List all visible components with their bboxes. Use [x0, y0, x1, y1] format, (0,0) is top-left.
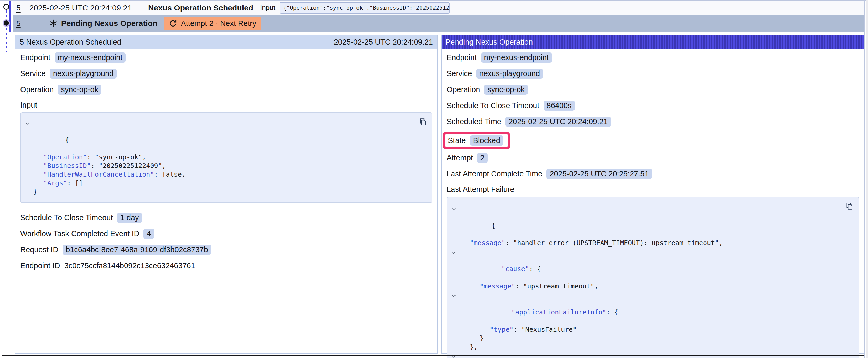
copy-icon[interactable]: [845, 201, 854, 210]
input-section-label: Input: [20, 100, 432, 110]
field-row-service: Service nexus-playground: [20, 68, 432, 79]
field-label: Workflow Task Completed Event ID: [20, 229, 139, 238]
pending-panel-title: Pending Nexus Operation: [445, 38, 533, 46]
field-row-endpoint: Endpoint my-nexus-endpoint: [20, 52, 432, 63]
input-preview-pill: {"Operation":"sync-op-ok","BusinessID":"…: [280, 2, 450, 14]
event-title: Nexus Operation Scheduled: [148, 3, 253, 12]
retry-icon: [169, 20, 177, 28]
code-line: "cause": {: [447, 247, 843, 282]
field-label: Operation: [20, 85, 54, 94]
event-id-link[interactable]: 5: [16, 3, 21, 12]
code-line: "BusinessID": "20250225122409",: [21, 161, 416, 170]
code-line: "HandlerWaitForCancellation": false,: [21, 170, 416, 179]
field-row-operation: Operation sync-op-ok: [20, 84, 432, 95]
field-value-badge: sync-op-ok: [484, 85, 528, 95]
event-row-pending[interactable]: 5 Pending Nexus Operation Attempt 2 · Ne…: [12, 15, 864, 32]
field-value-badge: 2: [477, 153, 488, 163]
field-value-badge: sync-op-ok: [58, 85, 101, 95]
field-row-service: Service nexus-playground: [446, 68, 859, 79]
copy-icon[interactable]: [418, 117, 427, 126]
field-row-schedule-to-close-timeout: Schedule To Close Timeout 86400s: [446, 100, 859, 111]
field-label: Endpoint: [446, 53, 477, 62]
field-label: Service: [446, 69, 472, 78]
code-line: "Args": []: [21, 179, 416, 187]
field-row-schedule-to-close-timeout: Schedule To Close Timeout 1 day: [20, 212, 432, 223]
timeline-filled-circle-icon: [4, 21, 9, 26]
bottom-edge-line: [2, 355, 864, 356]
field-label: Schedule To Close Timeout: [446, 101, 539, 110]
field-value-badge: 2025-02-25 UTC 20:24:09.21: [505, 117, 611, 127]
pending-operation-panel: Pending Nexus Operation Endpoint my-nexu…: [441, 35, 864, 354]
code-line: "message": "upstream timeout",: [447, 282, 843, 291]
field-label: Scheduled Time: [446, 117, 501, 126]
code-line: "nexusHandlerFailureInfo": {: [447, 351, 843, 358]
field-value-badge: nexus-playground: [50, 68, 117, 79]
field-value-badge: 86400s: [544, 100, 575, 111]
field-label: Endpoint ID: [20, 261, 60, 270]
event-id-link[interactable]: 5: [16, 19, 21, 28]
event-timestamp: 2025-02-25 UTC 20:24:09.21: [29, 3, 132, 12]
collapse-caret-icon[interactable]: [451, 205, 457, 211]
scrollbar-track[interactable]: [866, 0, 868, 358]
field-value-badge: 2025-02-25 UTC 20:25:27.51: [547, 169, 652, 179]
field-value-badge: b1c6a4bc-8ee7-468a-9169-df3b02c8737b: [63, 245, 211, 255]
input-label: Input: [260, 4, 275, 12]
field-label: Request ID: [20, 246, 58, 254]
scheduled-panel-title: 5 Nexus Operation Scheduled: [20, 38, 121, 46]
field-label: Last Attempt Complete Time: [446, 169, 542, 178]
failure-json-block: { "message": "handler error (UPSTREAM_TI…: [446, 197, 859, 358]
code-line: "message": "handler error (UPSTREAM_TIME…: [447, 238, 843, 247]
field-label: Service: [20, 69, 46, 78]
field-row-scheduled-time: Scheduled Time 2025-02-25 UTC 20:24:09.2…: [446, 116, 859, 127]
annotation-box: State Blocked: [443, 132, 510, 149]
collapse-caret-icon[interactable]: [25, 120, 30, 126]
code-line: "applicationFailureInfo": {: [447, 291, 843, 325]
code-line: {: [447, 204, 843, 238]
frame-left-border: [2, 0, 2, 358]
field-label: Endpoint: [20, 53, 51, 62]
field-value-badge: 1 day: [117, 213, 142, 223]
collapse-caret-icon[interactable]: [451, 249, 457, 255]
code-line: }: [447, 334, 843, 343]
last-attempt-failure-label: Last Attempt Failure: [446, 184, 859, 194]
field-value-badge: my-nexus-endpoint: [55, 53, 126, 63]
collapse-caret-icon[interactable]: [451, 292, 457, 298]
field-label: Schedule To Close Timeout: [20, 214, 113, 222]
code-line: {: [21, 118, 416, 153]
event-row-scheduled[interactable]: 5 2025-02-25 UTC 20:24:09.21 Nexus Opera…: [12, 1, 864, 15]
pending-panel-header: Pending Nexus Operation: [442, 35, 864, 48]
pending-asterisk-icon: [49, 19, 58, 28]
pending-title: Pending Nexus Operation: [61, 19, 158, 28]
endpoint-id-link[interactable]: 3c0c75ccfa8144b092c13ce632463761: [64, 261, 195, 270]
field-label: State: [448, 136, 466, 145]
timeline-open-circle-icon: [3, 4, 9, 10]
field-row-last-attempt-complete-time: Last Attempt Complete Time 2025-02-25 UT…: [446, 168, 859, 180]
event-group-bar: [9, 1, 11, 32]
timeline-dashed-line: [6, 10, 7, 52]
annotation-state: State Blocked: [443, 132, 859, 149]
field-value-badge: 4: [144, 229, 154, 239]
input-json-block: { "Operation": "sync-op-ok", "BusinessID…: [20, 112, 432, 203]
field-label: Operation: [446, 85, 480, 94]
field-row-endpoint-id: Endpoint ID 3c0c75ccfa8144b092c13ce63246…: [20, 260, 432, 271]
field-row-endpoint: Endpoint my-nexus-endpoint: [446, 52, 859, 63]
code-line: "Operation": "sync-op-ok",: [21, 153, 416, 161]
field-row-attempt: Attempt 2: [446, 152, 859, 164]
retry-badge-label: Attempt 2 · Next Retry: [181, 19, 256, 28]
code-line: },: [447, 343, 843, 351]
field-label: Attempt: [446, 154, 473, 162]
code-line: }: [21, 187, 416, 196]
scheduled-panel-timestamp: 2025-02-25 UTC 20:24:09.21: [334, 38, 433, 46]
scheduled-panel-header: 5 Nexus Operation Scheduled 2025-02-25 U…: [16, 35, 437, 48]
field-value-badge: nexus-playground: [476, 68, 543, 79]
scheduled-event-panel: 5 Nexus Operation Scheduled 2025-02-25 U…: [15, 35, 438, 354]
state-value-badge: Blocked: [470, 135, 503, 146]
field-row-workflow-task-completed-event-id: Workflow Task Completed Event ID 4: [20, 228, 432, 239]
retry-status-badge: Attempt 2 · Next Retry: [164, 17, 261, 30]
code-line: "type": "NexusFailure": [447, 325, 843, 334]
field-row-request-id: Request ID b1c6a4bc-8ee7-468a-9169-df3b0…: [20, 244, 432, 255]
field-row-operation: Operation sync-op-ok: [446, 84, 859, 95]
field-value-badge: my-nexus-endpoint: [481, 53, 552, 63]
